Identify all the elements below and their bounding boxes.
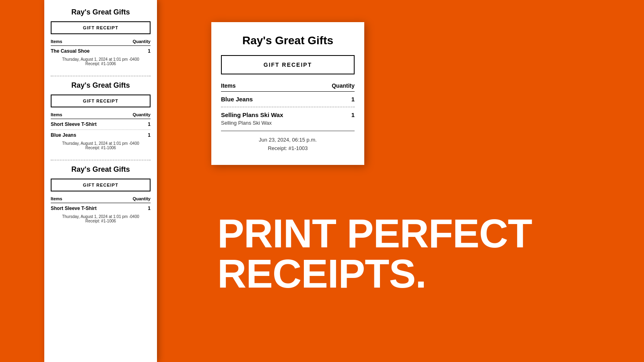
- main-gift-btn[interactable]: GIFT RECEIPT: [221, 55, 355, 74]
- receipts-strip: Ray's Great Gifts GIFT RECEIPT Items Qua…: [44, 0, 157, 362]
- receipt-2-item-row-0: Short Sleeve T-Shirt 1: [51, 121, 151, 127]
- receipt-1-item-row: The Casual Shoe 1: [51, 48, 151, 54]
- main-item-sub-1: Selling Plans Ski Wax: [221, 120, 355, 126]
- main-footer-date: Jun 23, 2024, 06:15 p.m.: [221, 136, 355, 144]
- receipt-1-store-name: Ray's Great Gifts: [51, 8, 151, 16]
- receipt-2-table-header: Items Quantity: [51, 112, 151, 119]
- tagline: PRINT PERFECT RECEIPTS.: [217, 213, 532, 294]
- receipt-1-receipt-num: Receipt: #1-1006: [51, 62, 151, 66]
- receipt-2-gift-btn[interactable]: GIFT RECEIPT: [51, 95, 151, 107]
- main-item-qty-1: 1: [351, 111, 355, 118]
- receipt-3-footer: Thursday, August 1, 2024 at 1:01 pm -040…: [51, 214, 151, 223]
- main-item-name-0: Blue Jeans: [221, 96, 253, 103]
- receipt-1-col-qty: Quantity: [132, 39, 151, 44]
- tagline-line2: RECEIPTS.: [217, 253, 532, 294]
- receipt-1-date: Thursday, August 1, 2024 at 1:01 pm -040…: [51, 57, 151, 62]
- receipt-1-col-items: Items: [51, 39, 62, 44]
- receipt-1-table-header: Items Quantity: [51, 39, 151, 46]
- receipt-2: Ray's Great Gifts GIFT RECEIPT Items Qua…: [51, 81, 151, 155]
- main-item-qty-0: 1: [351, 96, 355, 103]
- receipt-3: Ray's Great Gifts GIFT RECEIPT Items Qua…: [51, 165, 151, 228]
- receipt-3-store-name: Ray's Great Gifts: [51, 165, 151, 174]
- receipt-1-footer: Thursday, August 1, 2024 at 1:01 pm -040…: [51, 57, 151, 66]
- main-footer: Jun 23, 2024, 06:15 p.m. Receipt: #1-100…: [221, 136, 355, 153]
- receipt-2-item-qty-0: 1: [148, 121, 151, 127]
- main-item-name-1: Selling Plans Ski Wax: [221, 111, 283, 118]
- main-col-qty: Quantity: [332, 82, 355, 89]
- main-solid-divider: [221, 131, 355, 131]
- receipt-2-receipt-num: Receipt: #1-1006: [51, 146, 151, 150]
- receipt-2-footer: Thursday, August 1, 2024 at 1:01 pm -040…: [51, 141, 151, 150]
- receipt-2-item-qty-1: 1: [148, 132, 151, 138]
- divider-1: [51, 76, 151, 76]
- main-footer-receipt: Receipt: #1-1003: [221, 144, 355, 153]
- receipt-3-receipt-num: Receipt: #1-1006: [51, 219, 151, 223]
- receipt-1: Ray's Great Gifts GIFT RECEIPT Items Qua…: [51, 8, 151, 71]
- receipt-3-table-header: Items Quantity: [51, 196, 151, 203]
- receipt-3-gift-btn[interactable]: GIFT RECEIPT: [51, 179, 151, 191]
- receipt-2-date: Thursday, August 1, 2024 at 1:01 pm -040…: [51, 141, 151, 146]
- receipt-3-date: Thursday, August 1, 2024 at 1:01 pm -040…: [51, 214, 151, 219]
- receipt-2-col-items: Items: [51, 112, 62, 117]
- receipt-2-col-qty: Quantity: [132, 112, 151, 117]
- receipt-1-item-qty: 1: [148, 48, 151, 54]
- receipt-1-item-name: The Casual Shoe: [51, 48, 90, 54]
- receipt-2-item-name-0: Short Sleeve T-Shirt: [51, 121, 97, 127]
- main-receipt-card: Ray's Great Gifts GIFT RECEIPT Items Qua…: [211, 22, 364, 165]
- main-store-name: Ray's Great Gifts: [221, 34, 355, 47]
- receipt-3-col-qty: Quantity: [132, 196, 151, 201]
- receipt-3-item-row: Short Sleeve T-Shirt 1: [51, 206, 151, 211]
- receipt-3-col-items: Items: [51, 196, 62, 201]
- receipt-3-item-qty: 1: [148, 206, 151, 211]
- receipt-3-item-name: Short Sleeve T-Shirt: [51, 206, 97, 211]
- main-table-header: Items Quantity: [221, 82, 355, 92]
- divider-2: [51, 160, 151, 160]
- receipt-2-dotted: [51, 130, 151, 130]
- main-dotted-1: [221, 107, 355, 107]
- main-item-row-1: Selling Plans Ski Wax 1: [221, 111, 355, 118]
- receipt-2-item-row-1: Blue Jeans 1: [51, 132, 151, 138]
- receipt-2-store-name: Ray's Great Gifts: [51, 81, 151, 90]
- receipt-2-item-name-1: Blue Jeans: [51, 132, 76, 138]
- receipt-1-gift-btn[interactable]: GIFT RECEIPT: [51, 21, 151, 34]
- tagline-line1: PRINT PERFECT: [217, 213, 532, 253]
- main-item-row-0: Blue Jeans 1: [221, 96, 355, 103]
- main-col-items: Items: [221, 82, 236, 89]
